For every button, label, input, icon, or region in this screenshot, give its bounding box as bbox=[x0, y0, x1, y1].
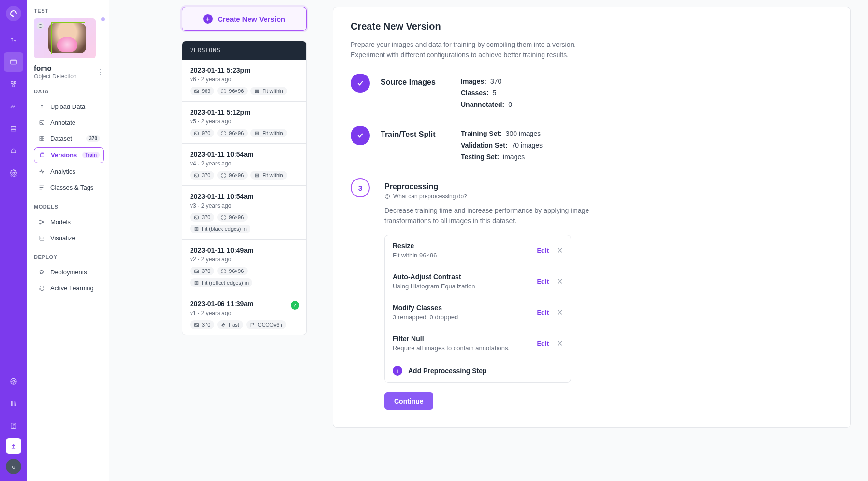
globe-icon bbox=[37, 22, 44, 29]
rail-upload-button[interactable] bbox=[6, 438, 21, 447]
svg-rect-15 bbox=[40, 139, 42, 141]
version-title: 2023-01-11 10:54am bbox=[190, 150, 298, 158]
rail-settings-icon[interactable] bbox=[4, 164, 23, 183]
rail-projects-icon[interactable] bbox=[4, 52, 23, 72]
sidebar-item-upload[interactable]: Upload Data bbox=[34, 99, 104, 114]
continue-button[interactable]: Continue bbox=[384, 392, 433, 410]
version-title: 2023-01-06 11:39am bbox=[190, 300, 298, 308]
version-item[interactable]: ✓2023-01-06 11:39amv1 · 2 years ago370Fa… bbox=[182, 293, 306, 335]
svg-rect-3 bbox=[13, 85, 15, 87]
panel-title: Create New Version bbox=[351, 21, 833, 32]
close-icon[interactable]: ✕ bbox=[557, 339, 563, 348]
sidebar-item-versions[interactable]: Versions Train bbox=[34, 147, 104, 163]
rail-explore-icon[interactable] bbox=[4, 372, 23, 391]
sidebar-item-annotate[interactable]: Annotate bbox=[34, 115, 104, 130]
create-version-button[interactable]: + Create New Version bbox=[182, 7, 307, 31]
step-number-badge: 3 bbox=[351, 178, 370, 197]
svg-point-39 bbox=[387, 197, 388, 198]
sidebar-item-label: Visualize bbox=[50, 234, 75, 241]
svg-rect-5 bbox=[11, 129, 16, 131]
version-pill: 370 bbox=[190, 171, 214, 180]
rail-bell-icon[interactable] bbox=[4, 141, 23, 161]
edit-link[interactable]: Edit bbox=[537, 340, 549, 347]
step-preprocessing: 3 Preprocessing What can preprocessing d… bbox=[351, 178, 833, 410]
rail-server-icon[interactable] bbox=[4, 119, 23, 138]
train-badge: Train bbox=[82, 152, 100, 158]
sidebar-item-label: Dataset bbox=[50, 135, 72, 142]
svg-point-20 bbox=[43, 221, 44, 222]
section-data-label: DATA bbox=[34, 89, 104, 94]
version-item[interactable]: 2023-01-11 10:54amv3 · 2 years ago37096×… bbox=[182, 186, 306, 240]
version-pill: COCOv6n bbox=[246, 320, 286, 329]
versions-icon bbox=[38, 152, 46, 158]
main-content: + Create New Version VERSIONS 2023-01-11… bbox=[109, 0, 868, 447]
project-thumbnail[interactable] bbox=[34, 18, 96, 58]
project-thumbnail-wrap bbox=[34, 18, 104, 58]
version-form-panel: Create New Version Prepare your images a… bbox=[333, 7, 851, 428]
sidebar-item-analytics[interactable]: Analytics bbox=[34, 164, 104, 179]
close-icon[interactable]: ✕ bbox=[557, 246, 563, 255]
step-source-images: Source Images Images:370 Classes:5 Unann… bbox=[351, 74, 833, 112]
version-pill: Fit within bbox=[250, 87, 287, 95]
add-preprocessing-button[interactable]: +Add Preprocessing Step bbox=[385, 359, 571, 382]
help-link[interactable]: What can preprocessing do? bbox=[384, 193, 833, 200]
project-sidebar: TEST fomo Object Detection ⋮ DATA Upload… bbox=[27, 0, 109, 447]
preprocessing-item: Modify Classes3 remapped, 0 droppedEdit✕ bbox=[385, 297, 571, 328]
app-logo[interactable] bbox=[6, 6, 21, 21]
pp-description: Require all images to contain annotation… bbox=[393, 345, 537, 352]
tags-icon bbox=[38, 184, 45, 191]
sidebar-item-active-learning[interactable]: Active Learning bbox=[34, 281, 104, 296]
pp-name: Filter Null bbox=[393, 335, 537, 343]
rail-universe-icon[interactable] bbox=[4, 75, 23, 94]
sidebar-item-models[interactable]: Models bbox=[34, 214, 104, 229]
version-pill: 370 bbox=[190, 267, 214, 275]
sidebar-item-dataset[interactable]: Dataset 370 bbox=[34, 131, 104, 146]
rail-help-icon[interactable] bbox=[4, 416, 23, 436]
step-title: Preprocessing bbox=[384, 178, 833, 191]
step-title: Train/Test Split bbox=[381, 126, 436, 165]
close-icon[interactable]: ✕ bbox=[557, 308, 563, 317]
upload-icon bbox=[38, 104, 45, 110]
pp-name: Resize bbox=[393, 242, 537, 250]
svg-rect-4 bbox=[11, 126, 16, 128]
version-item[interactable]: 2023-01-11 5:23pmv6 · 2 years ago96996×9… bbox=[182, 60, 306, 102]
version-pill: Fast bbox=[217, 320, 243, 329]
preprocessing-item: Filter NullRequire all images to contain… bbox=[385, 328, 571, 359]
version-pill: 370 bbox=[190, 320, 214, 329]
version-item[interactable]: 2023-01-11 5:12pmv5 · 2 years ago97096×9… bbox=[182, 102, 306, 144]
svg-rect-29 bbox=[256, 174, 259, 177]
sidebar-item-label: Versions bbox=[51, 151, 77, 159]
svg-point-18 bbox=[39, 220, 40, 221]
rail-library-icon[interactable] bbox=[4, 394, 23, 413]
pp-name: Auto-Adjust Contrast bbox=[393, 273, 537, 281]
rail-monitor-icon[interactable] bbox=[4, 97, 23, 116]
sidebar-item-deployments[interactable]: Deployments bbox=[34, 265, 104, 280]
rail-transfer-icon[interactable] bbox=[4, 30, 23, 49]
edit-link[interactable]: Edit bbox=[537, 278, 549, 285]
panel-description: Prepare your images and data for trainin… bbox=[351, 40, 602, 60]
version-pill: Fit (reflect edges) in bbox=[190, 278, 252, 287]
version-subtitle: v1 · 2 years ago bbox=[190, 310, 298, 316]
version-item[interactable]: 2023-01-11 10:49amv2 · 2 years ago37096×… bbox=[182, 240, 306, 293]
kebab-icon[interactable]: ⋮ bbox=[96, 67, 104, 76]
edit-link[interactable]: Edit bbox=[537, 309, 549, 316]
close-icon[interactable]: ✕ bbox=[557, 277, 563, 286]
version-subtitle: v6 · 2 years ago bbox=[190, 76, 298, 83]
version-subtitle: v5 · 2 years ago bbox=[190, 118, 298, 125]
svg-rect-0 bbox=[11, 60, 16, 64]
svg-rect-2 bbox=[14, 82, 16, 84]
sidebar-item-classes[interactable]: Classes & Tags bbox=[34, 180, 104, 195]
svg-rect-35 bbox=[195, 281, 198, 284]
pp-description: Using Histogram Equalization bbox=[393, 283, 537, 290]
sidebar-item-label: Upload Data bbox=[50, 103, 85, 110]
rocket-icon bbox=[38, 269, 45, 275]
sidebar-item-visualize[interactable]: Visualize bbox=[34, 230, 104, 245]
edit-link[interactable]: Edit bbox=[537, 247, 549, 254]
status-dot-icon bbox=[100, 16, 106, 22]
version-item[interactable]: 2023-01-11 10:54amv4 · 2 years ago37096×… bbox=[182, 144, 306, 186]
check-circle-icon bbox=[351, 74, 370, 93]
models-icon bbox=[38, 219, 45, 225]
version-pill: Fit (black edges) in bbox=[190, 225, 250, 233]
preprocessing-item: ResizeFit within 96×96Edit✕ bbox=[385, 235, 571, 266]
version-pill: 96×96 bbox=[217, 129, 248, 137]
